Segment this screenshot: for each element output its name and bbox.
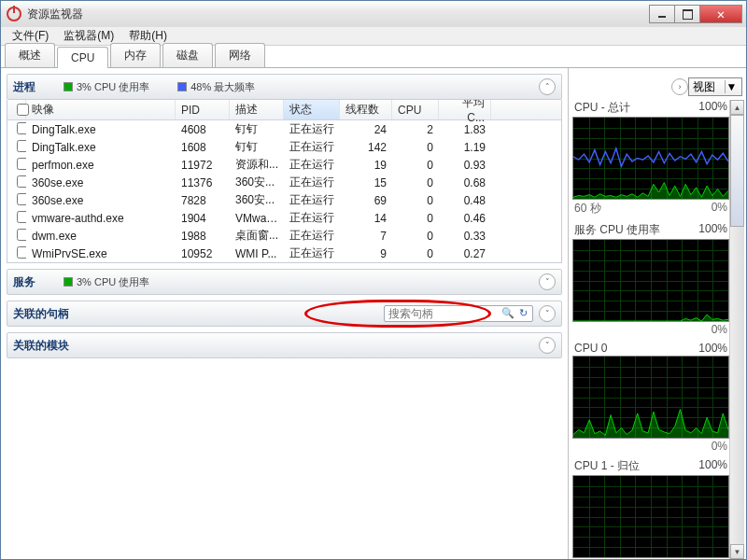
minimize-button[interactable] — [649, 5, 675, 23]
cell-desc: WMI P... — [230, 247, 284, 260]
maximize-button[interactable] — [674, 5, 700, 23]
services-header[interactable]: 服务 3% CPU 使用率 ˅ — [7, 269, 562, 295]
cell-avg: 0.93 — [439, 159, 491, 172]
table-row[interactable]: vmware-authd.exe1904VMwar...正在运行1400.46 — [7, 209, 561, 227]
cell-pid: 1904 — [176, 212, 230, 225]
col-desc[interactable]: 描述 — [230, 100, 284, 119]
tab-overview[interactable]: 概述 — [5, 43, 55, 67]
col-threads[interactable]: 线程数 — [340, 100, 392, 119]
cpu-usage-icon — [63, 82, 73, 91]
table-row[interactable]: perfmon.exe11972资源和...正在运行1900.93 — [7, 156, 561, 174]
view-dropdown[interactable]: 视图 ▼ — [688, 77, 742, 96]
processes-body: 映像 PID 描述 状态 线程数 CPU 平均 C... DingTalk.ex… — [7, 100, 562, 263]
col-pid[interactable]: PID — [176, 100, 230, 119]
col-image[interactable]: 映像 — [26, 100, 176, 119]
table-row[interactable]: DingTalk.exe1608钉钉正在运行14201.19 — [7, 138, 561, 156]
cell-cpu: 0 — [392, 176, 439, 189]
svg-marker-1 — [573, 315, 728, 321]
table-row[interactable]: 360se.exe11376360安...正在运行1500.68 — [7, 174, 561, 191]
modules-header[interactable]: 关联的模块 ˅ — [7, 332, 562, 358]
app-icon — [7, 7, 21, 21]
cell-threads: 24 — [340, 123, 392, 136]
processes-header[interactable]: 进程 3% CPU 使用率 48% 最大频率 ˄ — [7, 74, 562, 100]
cell-avg: 1.19 — [439, 141, 491, 154]
col-status[interactable]: 状态 — [284, 100, 340, 119]
titlebar[interactable]: 资源监视器 — [1, 1, 746, 27]
search-wrap: 🔍 ↻ — [384, 305, 533, 322]
chart-title: CPU 0 — [574, 342, 607, 355]
tab-memory[interactable]: 内存 — [110, 43, 161, 67]
processes-stat1: 3% CPU 使用率 — [77, 80, 149, 94]
chart-foot-right: 0% — [712, 201, 727, 217]
col-avg[interactable]: 平均 C... — [439, 100, 491, 119]
services-title: 服务 — [13, 274, 35, 290]
row-checkbox[interactable] — [17, 158, 26, 170]
row-checkbox[interactable] — [17, 246, 26, 259]
tab-disk[interactable]: 磁盘 — [162, 43, 213, 67]
cell-status: 正在运行 — [284, 139, 340, 155]
row-checkbox[interactable] — [17, 175, 26, 188]
row-checkbox[interactable] — [17, 193, 26, 205]
cell-cpu: 0 — [392, 247, 439, 260]
cell-threads: 14 — [340, 212, 392, 225]
cell-pid: 10952 — [176, 247, 230, 260]
chart-title: 服务 CPU 使用率 — [574, 222, 660, 238]
search-icon[interactable]: 🔍 — [501, 306, 514, 319]
cell-desc: 资源和... — [230, 157, 284, 173]
cell-avg: 0.46 — [439, 212, 491, 225]
modules-title: 关联的模块 — [13, 338, 69, 354]
cell-status: 正在运行 — [284, 245, 340, 261]
cell-status: 正在运行 — [284, 121, 340, 137]
row-checkbox[interactable] — [17, 140, 26, 152]
cell-pid: 1988 — [176, 230, 230, 243]
tab-cpu[interactable]: CPU — [57, 47, 108, 68]
right-scrollbar[interactable]: ▲ ▼ — [729, 100, 744, 559]
processes-rows: DingTalk.exe4608钉钉正在运行2421.83DingTalk.ex… — [7, 120, 561, 262]
chart-foot-right: 0% — [712, 323, 727, 336]
col-cpu[interactable]: CPU — [392, 100, 439, 119]
table-row[interactable]: 360se.exe7828360安...正在运行6900.48 — [7, 191, 561, 209]
collapse-right[interactable]: › — [671, 78, 688, 95]
cell-image: 360se.exe — [26, 194, 176, 207]
cell-threads: 142 — [340, 141, 392, 154]
table-row[interactable]: dwm.exe1988桌面窗...正在运行700.33 — [7, 227, 561, 245]
scroll-down-button[interactable]: ▼ — [730, 544, 744, 559]
chart-pct: 100% — [698, 100, 727, 116]
tabs: 概述 CPU 内存 磁盘 网络 — [1, 46, 746, 68]
cell-cpu: 0 — [392, 159, 439, 172]
close-button[interactable] — [699, 5, 742, 23]
services-stat1: 3% CPU 使用率 — [77, 275, 149, 289]
cell-status: 正在运行 — [284, 157, 340, 173]
table-row[interactable]: WmiPrvSE.exe10952WMI P...正在运行900.27 — [7, 245, 561, 262]
cell-avg: 0.68 — [439, 176, 491, 189]
table-row[interactable]: DingTalk.exe4608钉钉正在运行2421.83 — [7, 120, 561, 138]
window: 资源监视器 文件(F) 监视器(M) 帮助(H) 概述 CPU 内存 磁盘 网络… — [0, 0, 747, 560]
cell-pid: 4608 — [176, 123, 230, 136]
scroll-up-button[interactable]: ▲ — [730, 100, 744, 115]
expand-modules[interactable]: ˅ — [539, 337, 556, 354]
cell-threads: 15 — [340, 176, 392, 189]
row-checkbox[interactable] — [17, 229, 26, 241]
scroll-thumb[interactable] — [730, 115, 744, 227]
cell-desc: 360安... — [230, 175, 284, 190]
cell-image: vmware-authd.exe — [26, 212, 176, 225]
handles-header[interactable]: 关联的句柄 🔍 ↻ ˅ — [7, 301, 562, 327]
cell-desc: 钉钉 — [230, 121, 284, 137]
row-checkbox[interactable] — [17, 122, 26, 134]
cell-cpu: 0 — [392, 230, 439, 243]
expand-handles[interactable]: ˅ — [539, 305, 556, 322]
cell-cpu: 2 — [392, 123, 439, 136]
row-checkbox[interactable] — [17, 211, 26, 223]
collapse-processes[interactable]: ˄ — [539, 78, 556, 95]
tab-network[interactable]: 网络 — [215, 43, 265, 67]
chart-cpu1 — [572, 475, 729, 558]
dropdown-arrow-icon: ▼ — [725, 80, 738, 93]
cell-status: 正在运行 — [284, 228, 340, 244]
cell-threads: 7 — [340, 230, 392, 243]
handles-title: 关联的句柄 — [13, 306, 69, 322]
cell-threads: 69 — [340, 194, 392, 207]
refresh-icon[interactable]: ↻ — [516, 306, 529, 319]
left-pane: 进程 3% CPU 使用率 48% 最大频率 ˄ 映像 PID 描述 状态 线程… — [1, 68, 569, 559]
cell-pid: 11376 — [176, 176, 230, 189]
expand-services[interactable]: ˅ — [539, 273, 556, 290]
